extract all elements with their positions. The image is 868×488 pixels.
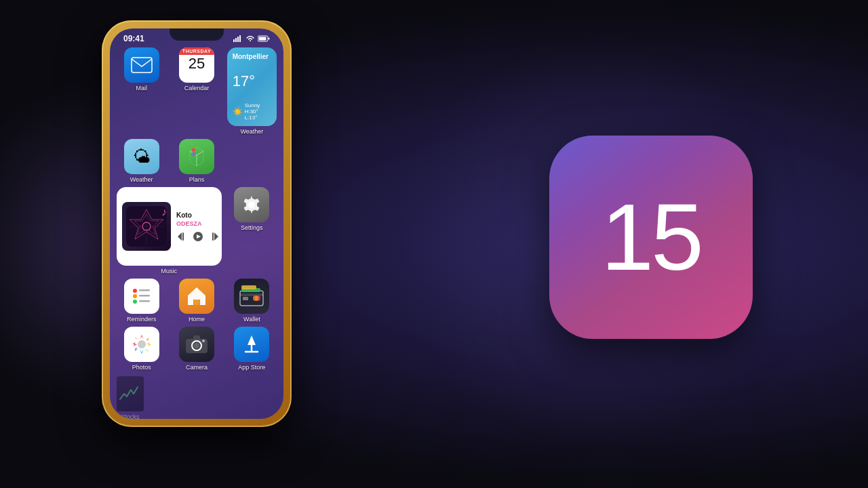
- weather-emoji: 🌤: [133, 146, 151, 167]
- app-stocks[interactable]: Stocks: [117, 376, 144, 419]
- music-note-icon: ♪: [161, 206, 167, 218]
- music-widget-box: ♪ Koto ODESZA: [117, 187, 222, 266]
- notch: [170, 28, 224, 41]
- app-plans[interactable]: Plans: [172, 139, 221, 183]
- ios15-number: 15: [601, 190, 701, 285]
- ios15-container: 15: [549, 136, 766, 352]
- svg-rect-1: [235, 38, 237, 42]
- svg-rect-42: [193, 336, 200, 340]
- svg-rect-3: [239, 35, 241, 42]
- app-grid-row1: Mail THURSDAY 25 Calendar Montpellier 17…: [110, 46, 283, 139]
- weather-widget-label: Weather: [227, 128, 277, 135]
- svg-rect-7: [132, 58, 152, 73]
- weather-temp: 17°: [233, 74, 271, 89]
- svg-point-9: [192, 148, 195, 152]
- svg-rect-28: [139, 300, 150, 302]
- weather-highlow: H:30° L:13°: [245, 108, 271, 121]
- weather-condition: Sunny: [245, 102, 271, 108]
- status-icons: [233, 35, 270, 42]
- svg-rect-30: [194, 300, 199, 305]
- svg-rect-2: [237, 37, 239, 42]
- app-music[interactable]: ♪ Koto ODESZA Mu: [117, 187, 222, 274]
- app-appstore[interactable]: App Store: [227, 327, 277, 371]
- plans-label: Plans: [189, 176, 205, 183]
- app-mail[interactable]: Mail: [117, 47, 166, 92]
- svg-rect-32: [240, 293, 263, 296]
- mail-label: Mail: [136, 85, 147, 92]
- app-grid-row2: 🌤 Weather Plans: [110, 139, 283, 183]
- app-camera[interactable]: Camera: [172, 327, 221, 371]
- svg-point-23: [133, 289, 137, 293]
- svg-point-37: [253, 296, 258, 301]
- calendar-label: Calendar: [184, 85, 210, 92]
- svg-point-25: [133, 300, 137, 304]
- calendar-icon-img: THURSDAY 25: [179, 47, 214, 83]
- weather-sun-icon: ☀️: [233, 107, 243, 117]
- play-icon[interactable]: [193, 231, 203, 242]
- svg-rect-34: [241, 285, 256, 289]
- svg-point-43: [202, 340, 205, 342]
- app-grid-row4: Reminders Home: [110, 274, 283, 323]
- weather-city: Montpellier: [233, 53, 271, 60]
- appstore-icon-img: [234, 327, 269, 362]
- music-controls: [176, 231, 220, 242]
- svg-marker-20: [214, 232, 218, 241]
- svg-rect-0: [233, 39, 235, 42]
- settings-label: Settings: [241, 224, 263, 231]
- music-artist: ODESZA: [176, 220, 220, 227]
- next-icon[interactable]: [209, 231, 220, 242]
- phone-container: 09:41 Mail THU: [41, 14, 326, 488]
- status-time: 09:41: [123, 34, 144, 43]
- iphone-frame: 09:41 Mail THU: [102, 20, 292, 427]
- wifi-icon: [245, 35, 255, 42]
- music-album-art: ♪: [122, 202, 171, 251]
- weather-small-icon-img: 🌤: [124, 139, 159, 174]
- photos-icon-img: [124, 327, 159, 362]
- app-calendar[interactable]: THURSDAY 25 Calendar: [172, 47, 221, 92]
- app-grid-row3: ♪ Koto ODESZA Mu: [110, 183, 283, 274]
- home-icon-img: [179, 279, 214, 314]
- camera-label: Camera: [186, 364, 208, 371]
- svg-point-41: [194, 343, 199, 348]
- svg-rect-35: [243, 297, 248, 300]
- weather-widget[interactable]: Montpellier 17° ☀️ Sunny H:30° L:13° Wea…: [227, 47, 277, 135]
- stocks-label: Stocks: [121, 413, 139, 419]
- reminders-label: Reminders: [127, 316, 157, 323]
- reminders-icon-img: [124, 279, 159, 314]
- svg-rect-27: [139, 295, 150, 297]
- svg-rect-6: [259, 37, 267, 41]
- app-photos[interactable]: Photos: [117, 327, 166, 371]
- app-reminders[interactable]: Reminders: [117, 279, 166, 323]
- weather-widget-box: Montpellier 17° ☀️ Sunny H:30° L:13°: [227, 47, 277, 126]
- app-settings[interactable]: Settings: [227, 187, 277, 274]
- music-track: Koto: [176, 211, 220, 219]
- app-weather-small[interactable]: 🌤 Weather: [117, 139, 166, 183]
- prev-icon[interactable]: [176, 231, 187, 242]
- app-wallet[interactable]: Wallet: [227, 279, 277, 323]
- svg-point-24: [133, 294, 137, 298]
- home-label: Home: [189, 316, 205, 323]
- calendar-date: 25: [179, 55, 214, 73]
- music-label: Music: [117, 268, 222, 274]
- wallet-icon-img: [234, 279, 269, 314]
- music-info: Koto ODESZA: [176, 211, 220, 242]
- wallet-label: Wallet: [243, 316, 260, 323]
- svg-rect-21: [212, 232, 214, 241]
- stocks-icon-img: [117, 376, 144, 411]
- app-home[interactable]: Home: [172, 279, 221, 323]
- settings-icon-img: [234, 187, 269, 222]
- svg-rect-26: [139, 289, 150, 291]
- battery-icon: [258, 35, 270, 42]
- signal-icon: [233, 35, 243, 42]
- weather-small-label: Weather: [130, 176, 153, 183]
- ios15-icon: 15: [549, 136, 753, 339]
- svg-rect-5: [269, 38, 270, 40]
- svg-marker-16: [178, 232, 182, 241]
- appstore-label: App Store: [238, 364, 265, 371]
- app-grid-bottom: Photos Camera App Store: [110, 323, 283, 419]
- mail-icon-img: [124, 47, 159, 83]
- iphone-screen: 09:41 Mail THU: [110, 28, 283, 419]
- calendar-header: THURSDAY: [179, 47, 214, 55]
- svg-rect-17: [182, 232, 184, 241]
- maps-icon-img: [179, 139, 214, 174]
